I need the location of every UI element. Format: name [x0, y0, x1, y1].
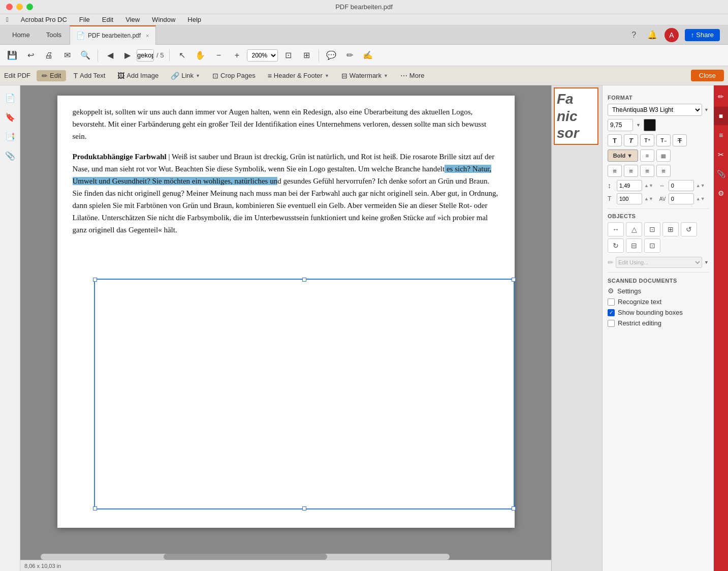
italic-btn[interactable]: T [624, 134, 638, 146]
next-page-btn[interactable]: ▶ [119, 47, 136, 64]
line-spacing-input[interactable] [617, 180, 642, 191]
align-right-btn[interactable]: ≡ [640, 165, 654, 177]
resize-handle-tl[interactable] [93, 278, 97, 282]
notifications-icon[interactable]: 🔔 [646, 29, 658, 41]
obj-replace-btn[interactable]: ⊞ [662, 222, 679, 236]
link-btn[interactable]: 🔗 Link ▼ [166, 70, 205, 81]
watermark-btn[interactable]: ⊟ Watermark ▼ [336, 70, 393, 81]
more-btn[interactable]: ⋯ More [395, 70, 430, 81]
undo-icon[interactable]: ↩ [22, 47, 39, 64]
edit-using-select[interactable]: Edit Using... [616, 257, 702, 268]
add-image-btn[interactable]: 🖼 Add Image [112, 70, 164, 81]
resize-handle-bl[interactable] [93, 506, 97, 510]
recognize-text-checkbox[interactable] [608, 298, 615, 306]
right-icon-edit[interactable]: ✏ [714, 87, 728, 106]
text-scale-input[interactable] [617, 193, 642, 204]
right-icon-format[interactable]: ■ [714, 107, 728, 125]
restrict-editing-row[interactable]: Restrict editing [608, 319, 709, 327]
align-justify-btn[interactable]: ≡ [656, 165, 671, 177]
comment-btn[interactable]: 💬 [323, 47, 339, 64]
account-icon[interactable]: A [664, 28, 679, 42]
zoom-in-btn[interactable]: + [229, 47, 245, 64]
restrict-editing-checkbox[interactable] [608, 320, 615, 327]
right-icon-settings[interactable]: ⚙ [714, 184, 728, 202]
minimize-window-btn[interactable] [16, 4, 23, 10]
menu-apple[interactable]:  [4, 16, 11, 23]
preview-thumbnail[interactable]: Fa nic sor [554, 87, 598, 145]
obj-undo-btn[interactable]: ↺ [681, 222, 697, 236]
obj-redo-btn[interactable]: ↻ [608, 238, 624, 253]
scrollbar-thumb[interactable] [164, 554, 327, 560]
recognize-text-row[interactable]: Recognize text [608, 298, 709, 306]
resize-handle-tr[interactable] [512, 278, 516, 282]
show-bounding-boxes-checkbox[interactable] [608, 309, 615, 316]
obj-move-btn[interactable]: ↔ [608, 222, 624, 236]
sidebar-attach-icon[interactable]: 📎 [2, 147, 18, 164]
resize-handle-br[interactable] [512, 506, 516, 510]
font-family-select[interactable]: TheAntiquaB W3 Light [608, 104, 702, 116]
menu-edit[interactable]: Edit [100, 16, 115, 23]
sidebar-bookmark-icon[interactable]: 🔖 [2, 109, 18, 125]
strikethrough-btn[interactable]: T [673, 134, 687, 146]
cursor-tool[interactable]: ↖ [174, 47, 190, 64]
style-select[interactable]: Bold ▼ [608, 149, 638, 162]
hand-tool[interactable]: ✋ [192, 47, 208, 64]
header-footer-btn[interactable]: ≡ Header & Footer ▼ [263, 70, 334, 81]
char-spacing-input[interactable] [669, 180, 694, 191]
right-icon-tools[interactable]: ✂ [714, 145, 728, 164]
tab-tools[interactable]: Tools [38, 25, 70, 45]
edit-btn[interactable]: ✏ Edit [37, 70, 66, 81]
superscript-btn[interactable]: T⁺ [640, 134, 654, 146]
maximize-window-btn[interactable] [26, 4, 33, 10]
show-bounding-boxes-row[interactable]: Show bounding boxes [608, 309, 709, 316]
crop-pages-btn[interactable]: ⊡ Crop Pages [207, 70, 261, 81]
sidebar-create-icon[interactable]: 📄 [2, 89, 18, 106]
zoom-out-btn[interactable]: − [210, 47, 227, 64]
font-size-input[interactable] [608, 119, 633, 131]
tab-home[interactable]: Home [4, 25, 38, 45]
obj-rotate-btn[interactable]: △ [626, 222, 642, 236]
zoom-select[interactable]: 200% 150% 100% 75% [247, 49, 278, 62]
help-icon[interactable]: ? [628, 29, 640, 41]
menu-view[interactable]: View [123, 16, 142, 23]
unordered-list-btn[interactable]: ≣ [656, 149, 671, 162]
right-icon-attach[interactable]: 📎 [714, 165, 728, 183]
ordered-list-btn[interactable]: ≡ [640, 149, 654, 162]
obj-copy-btn[interactable]: ⊡ [644, 238, 660, 253]
menu-window[interactable]: Window [150, 16, 177, 23]
menu-file[interactable]: File [77, 16, 92, 23]
window-controls[interactable] [6, 4, 33, 10]
align-center-btn[interactable]: ≡ [624, 165, 638, 177]
prev-page-btn[interactable]: ◀ [102, 47, 118, 64]
highlight-btn[interactable]: ✏ [341, 47, 358, 64]
bold-btn[interactable]: T [608, 134, 622, 146]
share-button[interactable]: ↑ Share [685, 29, 720, 41]
baseline-input[interactable] [669, 193, 694, 204]
close-window-btn[interactable] [6, 4, 13, 10]
menu-help[interactable]: Help [185, 16, 203, 23]
page-number-input[interactable] [137, 49, 154, 62]
search-icon[interactable]: 🔍 [77, 47, 93, 64]
right-icon-pages[interactable]: ≡ [714, 126, 728, 144]
marquee-zoom-btn[interactable]: ⊞ [298, 47, 314, 64]
obj-delete-btn[interactable]: ⊟ [626, 238, 642, 253]
resize-handle-tm[interactable] [302, 278, 306, 282]
subscript-btn[interactable]: T₋ [656, 134, 671, 146]
mail-icon[interactable]: ✉ [59, 47, 75, 64]
resize-handle-bm[interactable] [302, 506, 306, 510]
menu-acrobat[interactable]: Acrobat Pro DC [19, 16, 69, 23]
horizontal-scrollbar[interactable] [41, 554, 450, 560]
print-icon[interactable]: 🖨 [41, 47, 57, 64]
tab-document[interactable]: 📄 PDF bearbeiten.pdf × [70, 25, 156, 45]
save-icon[interactable]: 💾 [4, 47, 20, 64]
add-text-btn[interactable]: T Add Text [68, 70, 110, 81]
align-left-btn[interactable]: ≡ [608, 165, 622, 177]
fit-page-btn[interactable]: ⊡ [280, 47, 296, 64]
obj-crop-btn[interactable]: ⊡ [644, 222, 660, 236]
close-edit-btn[interactable]: Close [691, 70, 724, 81]
sidebar-page-icon[interactable]: 📑 [2, 128, 18, 144]
sign-btn[interactable]: ✍ [360, 47, 376, 64]
color-picker[interactable] [644, 119, 656, 131]
settings-row[interactable]: ⚙ Settings [608, 287, 709, 295]
tab-close-btn[interactable]: × [146, 33, 149, 39]
